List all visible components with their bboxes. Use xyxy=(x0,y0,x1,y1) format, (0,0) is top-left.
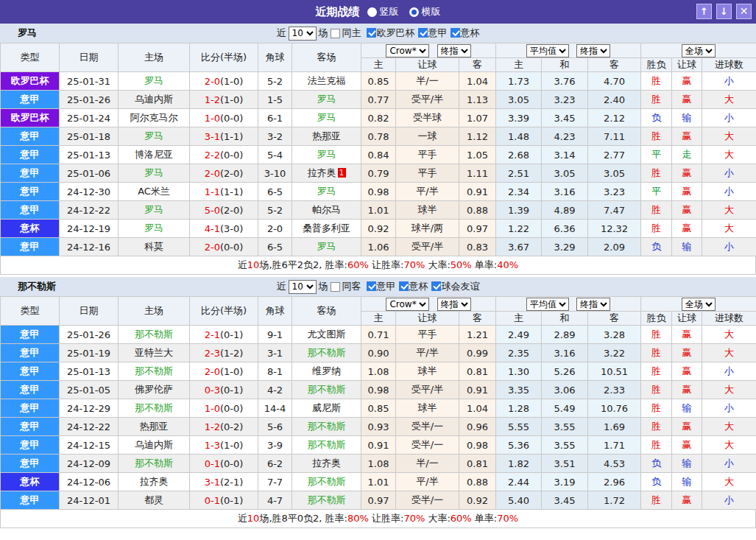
match-type-badge: 欧罗巴杯 xyxy=(1,72,60,91)
euro-odds-source-select[interactable]: 平均值 xyxy=(526,44,569,57)
result-winloss: 胜 xyxy=(641,91,672,109)
match-date: 24-12-16 xyxy=(60,238,119,256)
match-type-badge: 意甲 xyxy=(1,344,60,362)
games-label: 场 xyxy=(319,27,328,40)
halftime-score: (0-0) xyxy=(220,113,243,124)
close-button[interactable]: ✕ xyxy=(736,4,752,19)
home-team: 佛罗伦萨 xyxy=(119,381,190,399)
league-filter-item[interactable]: 欧罗巴杯 xyxy=(367,27,415,40)
home-team: 拉齐奥 xyxy=(119,473,190,491)
summary-stat-value: 70% xyxy=(403,259,425,270)
col-header-home: 主场 xyxy=(119,43,190,72)
halftime-score: (0-0) xyxy=(220,242,243,253)
asia-odds-time-select[interactable]: 终指 xyxy=(437,44,471,57)
euro-away-odds: 7.47 xyxy=(588,201,641,220)
league-filter-item[interactable]: 球会友谊 xyxy=(431,280,480,293)
away-team-name: 那不勒斯 xyxy=(308,384,346,395)
euro-odds-source-select[interactable]: 平均值 xyxy=(526,298,569,311)
away-team-name: 那不勒斯 xyxy=(308,476,346,487)
euro-odds-time-select[interactable]: 终指 xyxy=(576,298,610,311)
result-goals: 大 xyxy=(702,418,756,436)
matches-tbody: 意甲25-01-26那不勒斯2-1(0-1)9-1尤文图斯0.71平手1.212… xyxy=(1,326,756,510)
col-header-euro-home: 主 xyxy=(496,58,542,72)
match-type-badge: 意甲 xyxy=(1,201,60,220)
euro-draw-odds: 6.36 xyxy=(542,220,588,238)
league-filter-label: 球会友谊 xyxy=(442,280,480,293)
radio-selected-icon[interactable] xyxy=(409,7,419,17)
league-filter-item[interactable]: 意杯 xyxy=(399,280,428,293)
euro-draw-odds: 5.26 xyxy=(542,362,588,381)
euro-home-odds: 1.73 xyxy=(496,72,542,91)
match-type-badge: 意甲 xyxy=(1,91,60,109)
result-winloss: 胜 xyxy=(641,220,672,238)
euro-away-odds: 12.32 xyxy=(588,220,641,238)
checkbox-checked-icon[interactable] xyxy=(367,281,376,291)
checkbox-checked-icon[interactable] xyxy=(399,281,409,291)
halftime-score: (1-0) xyxy=(220,76,243,87)
checkbox-checked-icon[interactable] xyxy=(367,28,376,38)
result-goals: 大 xyxy=(702,127,756,146)
match-type-badge: 意甲 xyxy=(1,127,60,146)
euro-draw-odds: 3.45 xyxy=(542,109,588,127)
halftime-score: (0-0) xyxy=(220,403,243,414)
asia-away-odds: 0.97 xyxy=(459,220,496,238)
league-filter-item[interactable]: 意甲 xyxy=(367,280,396,293)
asia-away-odds: 0.83 xyxy=(459,238,496,256)
col-header-goals: 进球数 xyxy=(702,58,756,72)
match-count-select[interactable]: 10 xyxy=(289,27,317,41)
match-date: 25-01-13 xyxy=(60,146,119,164)
away-team-name: 罗马 xyxy=(317,241,336,252)
asia-odds-source-select[interactable]: Crow* xyxy=(386,44,429,57)
corner-score: 6-2 xyxy=(258,455,292,473)
summary-stat-value: 50% xyxy=(451,259,472,270)
euro-home-odds: 2.51 xyxy=(496,164,542,183)
checkbox-checked-icon[interactable] xyxy=(431,281,441,291)
checkbox-checked-icon[interactable] xyxy=(451,28,460,38)
asia-odds-source-select[interactable]: Crow* xyxy=(386,298,429,311)
result-goals: 大 xyxy=(702,91,756,109)
move-up-button[interactable]: ↑ xyxy=(696,4,712,19)
away-team: 那不勒斯 xyxy=(292,473,361,491)
same-venue-checkbox[interactable] xyxy=(331,29,340,38)
summary-stat-value: 70% xyxy=(403,513,425,524)
euro-odds-time-select[interactable]: 终指 xyxy=(576,44,610,57)
match-score: 1-3(1-0) xyxy=(190,436,258,455)
asia-handicap: 平手 xyxy=(396,164,459,183)
asia-home-odds: 0.78 xyxy=(361,127,396,146)
result-handicap: 输 xyxy=(672,455,702,473)
euro-draw-odds: 3.76 xyxy=(542,72,588,91)
away-team-name: 罗马 xyxy=(317,94,336,105)
col-header-res-handicap: 让球 xyxy=(672,58,702,72)
result-goals: 小 xyxy=(702,362,756,381)
result-scope-select[interactable]: 全场 xyxy=(682,298,716,311)
away-team: 帕尔马 xyxy=(292,201,361,220)
same-venue-checkbox[interactable] xyxy=(331,282,340,292)
away-team-name: 那不勒斯 xyxy=(308,347,346,358)
result-handicap: 赢 xyxy=(672,326,702,344)
checkbox-checked-icon[interactable] xyxy=(418,28,428,38)
match-type-badge: 意甲 xyxy=(1,164,60,183)
asia-odds-time-select[interactable]: 终指 xyxy=(437,298,471,311)
home-team: 罗马 xyxy=(119,201,190,220)
layout-radio-vertical[interactable]: 竖版 xyxy=(367,5,399,18)
asia-away-odds: 0.88 xyxy=(459,201,496,220)
asia-odds-group-header: Crow* 终指 xyxy=(361,297,496,312)
col-header-asia-home: 主 xyxy=(361,312,396,326)
radio-unselected-icon[interactable] xyxy=(367,7,377,17)
corner-score: 4-7 xyxy=(258,491,292,510)
euro-draw-odds: 3.23 xyxy=(542,91,588,109)
corner-score: 5-2 xyxy=(258,72,292,91)
match-count-select[interactable]: 10 xyxy=(289,280,317,294)
result-winloss: 负 xyxy=(641,109,672,127)
titlebar: 近期战绩 竖版横版 ↑ ↓ ✕ xyxy=(0,0,756,24)
result-scope-select[interactable]: 全场 xyxy=(682,44,716,57)
halftime-score: (1-2) xyxy=(220,348,243,359)
corner-score: 3-10 xyxy=(258,164,292,183)
layout-radio-horizontal[interactable]: 横版 xyxy=(409,5,441,18)
match-date: 25-01-26 xyxy=(60,326,119,344)
move-down-button[interactable]: ↓ xyxy=(716,4,732,19)
home-team: 科莫 xyxy=(119,238,190,256)
league-filter-item[interactable]: 意杯 xyxy=(451,27,480,40)
league-filter-item[interactable]: 意甲 xyxy=(418,27,448,40)
match-date: 24-12-22 xyxy=(60,201,119,220)
